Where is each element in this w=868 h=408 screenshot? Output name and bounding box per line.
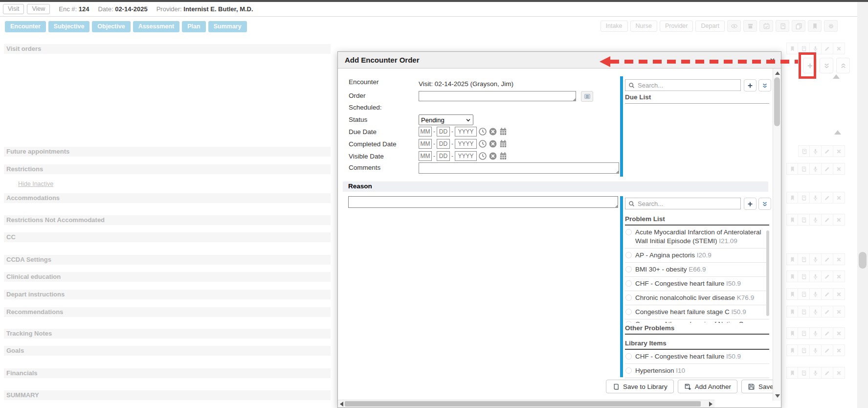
save-to-library-button[interactable]: Save to Library: [606, 380, 674, 393]
section-header-clinical-education[interactable]: Clinical education: [4, 272, 331, 282]
microphone-button[interactable]: [810, 192, 822, 204]
visible-date-clear-icon[interactable]: [489, 152, 497, 160]
x-button[interactable]: [833, 253, 845, 265]
status-select[interactable]: Pending: [419, 114, 473, 125]
visible-date-time-icon[interactable]: [478, 152, 487, 160]
bookmark-button[interactable]: [786, 271, 798, 282]
reason-input[interactable]: [348, 196, 618, 208]
add-reason-button[interactable]: [744, 198, 757, 210]
microphone-button[interactable]: [810, 253, 822, 265]
problem-list-item[interactable]: Congestive heart failure stage C I50.9: [625, 305, 769, 319]
scroll-left-arrow[interactable]: [340, 402, 343, 407]
problem-list-scrollbar[interactable]: [766, 230, 769, 316]
expand-reasons-button[interactable]: [758, 198, 771, 210]
bookmark-button[interactable]: [786, 163, 798, 175]
problem-list-item[interactable]: BMI 30+ - obesity E66.9: [625, 262, 769, 276]
section-header-cc[interactable]: CC: [4, 232, 331, 242]
comments-input[interactable]: [419, 162, 619, 174]
microphone-button[interactable]: [810, 271, 822, 282]
pencil-button[interactable]: [822, 214, 833, 226]
microphone-button[interactable]: [810, 306, 822, 317]
radio-button[interactable]: [625, 321, 632, 323]
book-button[interactable]: [798, 367, 810, 379]
problem-list-item[interactable]: CHF - Congestive heart failure I50.9: [625, 350, 769, 363]
x-button[interactable]: [833, 43, 845, 54]
book-button[interactable]: [798, 253, 810, 265]
scroll-up-arrow[interactable]: [834, 130, 841, 135]
view-button[interactable]: View: [27, 4, 50, 14]
problem-list-item[interactable]: Hypertension I10: [625, 363, 769, 378]
pencil-button[interactable]: [822, 192, 833, 204]
section-header-tracking-notes[interactable]: Tracking Notes: [4, 329, 331, 339]
due-date-yyyy-input[interactable]: [455, 127, 477, 136]
microphone-button[interactable]: [810, 288, 822, 300]
due-date-mm-input[interactable]: [419, 127, 432, 136]
scroll-down-arrow[interactable]: [775, 394, 780, 398]
stage-button-provider[interactable]: Provider: [660, 21, 693, 32]
add-another-button[interactable]: Add Another: [678, 380, 737, 393]
bookmark-button[interactable]: [786, 327, 798, 339]
microphone-button[interactable]: [810, 327, 822, 339]
visible-date-mm-input[interactable]: [419, 151, 432, 161]
due-date-clear-icon[interactable]: [489, 127, 497, 136]
radio-button[interactable]: [625, 266, 632, 272]
x-button[interactable]: [833, 306, 845, 317]
page-scrollbar[interactable]: [857, 2, 868, 408]
pencil-button[interactable]: [822, 271, 833, 282]
book-button[interactable]: [798, 192, 810, 204]
stage-button-nurse[interactable]: Nurse: [630, 21, 657, 32]
radio-button[interactable]: [625, 252, 632, 258]
calendar-check-button[interactable]: [759, 20, 773, 32]
tab-subjective[interactable]: Subjective: [48, 21, 90, 32]
x-button[interactable]: [833, 163, 845, 175]
due-date-calendar-icon[interactable]: [499, 127, 508, 136]
radio-button[interactable]: [625, 353, 632, 360]
tab-plan[interactable]: Plan: [182, 21, 205, 32]
pencil-button[interactable]: [822, 253, 833, 265]
dialog-vscroll-thumb[interactable]: [774, 77, 780, 126]
pencil-button[interactable]: [822, 327, 833, 339]
pencil-button[interactable]: [822, 43, 833, 54]
pencil-button[interactable]: [822, 306, 833, 317]
due-date-time-icon[interactable]: [478, 127, 487, 136]
gears-button[interactable]: [824, 20, 838, 32]
tab-encounter[interactable]: Encounter: [5, 21, 46, 32]
microphone-button[interactable]: [810, 367, 822, 379]
bookmark-button[interactable]: [786, 367, 798, 379]
bookmark-button[interactable]: [786, 253, 798, 265]
problem-list-item[interactable]: Acute Myocardial Infarction of Anterolat…: [625, 226, 769, 248]
visit-button[interactable]: Visit: [3, 4, 24, 14]
microphone-button[interactable]: [810, 163, 822, 175]
expand-all-button[interactable]: [820, 58, 833, 73]
book-button[interactable]: [798, 163, 810, 175]
section-header-summary[interactable]: SUMMARY: [4, 390, 331, 400]
reason-search-box[interactable]: Search...: [625, 198, 741, 209]
book-button[interactable]: [798, 271, 810, 282]
bookmark-button[interactable]: [786, 288, 798, 300]
radio-button[interactable]: [625, 367, 632, 374]
section-header-goals[interactable]: Goals: [4, 346, 331, 356]
dialog-vertical-scrollbar[interactable]: [773, 68, 781, 401]
order-search-box[interactable]: Search...: [625, 79, 741, 91]
tab-objective[interactable]: Objective: [92, 21, 130, 32]
section-header-restrictions[interactable]: Restrictions: [4, 164, 331, 174]
problem-list-item[interactable]: AP - Angina pectoris I20.9: [625, 248, 769, 262]
stage-button-depart[interactable]: Depart: [695, 21, 725, 32]
section-header-financials[interactable]: Financials: [4, 368, 331, 378]
expand-list-button[interactable]: [758, 79, 771, 91]
radio-button[interactable]: [625, 280, 632, 287]
bookmark-button[interactable]: [786, 43, 798, 54]
scroll-right-arrow[interactable]: [709, 402, 712, 407]
order-list-picker-icon[interactable]: [581, 91, 593, 102]
hide-inactive-link[interactable]: Hide Inactive: [18, 181, 53, 187]
collapse-all-button[interactable]: [836, 58, 850, 73]
dialog-hscroll-thumb[interactable]: [345, 401, 701, 407]
pencil-button[interactable]: [822, 288, 833, 300]
microphone-button[interactable]: [810, 214, 822, 226]
page-scrollbar-thumb[interactable]: [859, 252, 867, 269]
section-header-future-appointments[interactable]: Future appointments: [4, 147, 331, 157]
bookmark-button[interactable]: [786, 344, 798, 356]
visible-date-yyyy-input[interactable]: [455, 151, 477, 161]
dialog-horizontal-scrollbar[interactable]: [338, 400, 714, 408]
bookmark-button[interactable]: [786, 306, 798, 317]
